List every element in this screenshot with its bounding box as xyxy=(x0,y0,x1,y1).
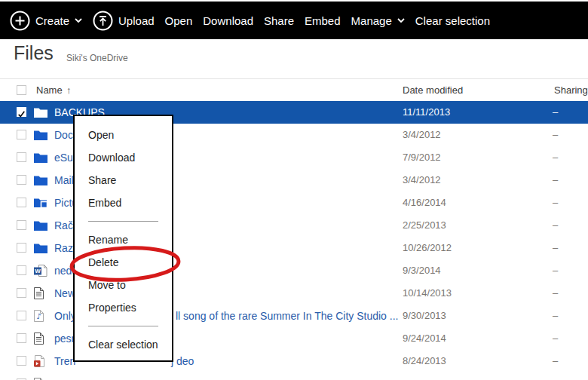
row-checkbox[interactable] xyxy=(17,198,26,207)
folder-icon xyxy=(34,243,47,253)
file-name-continued[interactable]: j deo xyxy=(171,350,194,372)
date-modified: 7/9/2012 xyxy=(403,146,441,169)
svg-text:♪: ♪ xyxy=(36,312,41,320)
folder-icon xyxy=(34,220,47,231)
upload-button[interactable]: Upload xyxy=(93,11,155,31)
sharing-status: – xyxy=(553,305,558,327)
menu-item-delete[interactable]: Delete xyxy=(75,251,172,274)
row-checkbox[interactable] xyxy=(17,243,26,253)
folder-icon xyxy=(34,152,47,163)
menu-item-embed[interactable]: Embed xyxy=(75,192,172,214)
folder-icon xyxy=(34,175,47,185)
date-modified: 4/16/2014 xyxy=(403,192,446,214)
folder-icon xyxy=(34,107,47,118)
file-name-continued[interactable]: ll song of the rare Summer In The City S… xyxy=(176,305,398,327)
onedrive-window: Create Upload Open Download Share Embed xyxy=(0,0,588,380)
date-modified: 10/14/2013 xyxy=(403,282,452,305)
sharing-status: – xyxy=(553,214,558,237)
column-header-name[interactable]: Name xyxy=(36,79,63,102)
row-checkbox[interactable] xyxy=(17,130,26,139)
date-modified: 3/4/2012 xyxy=(403,169,441,192)
sharing-status: – xyxy=(553,259,558,282)
download-button[interactable]: Download xyxy=(203,14,253,27)
sharing-status: – xyxy=(553,237,558,259)
upload-label: Upload xyxy=(118,14,155,27)
breadcrumb-account[interactable]: Siki's OneDrive xyxy=(66,53,128,63)
menu-item-rename[interactable]: Rename xyxy=(75,228,172,251)
date-modified: 9/24/2014 xyxy=(403,327,446,350)
embed-button[interactable]: Embed xyxy=(305,14,341,27)
sharing-status: – xyxy=(553,192,558,214)
date-modified: 3/4/2012 xyxy=(403,124,441,146)
audio-file-icon: ♪ xyxy=(34,310,44,322)
column-header-sharing[interactable]: Sharing xyxy=(554,79,588,102)
sharing-status: – xyxy=(553,350,558,372)
table-header: Name ↑ Date modified Sharing xyxy=(0,78,588,102)
date-modified: 8/24/2013 xyxy=(403,350,446,372)
create-label: Create xyxy=(35,14,69,27)
date-modified: 2/25/2013 xyxy=(403,214,446,237)
clear-selection-button[interactable]: Clear selection xyxy=(415,14,490,27)
pictures-folder-icon xyxy=(34,198,48,209)
page-title: Files xyxy=(14,42,54,64)
menu-item-properties[interactable]: Properties xyxy=(75,296,172,319)
text-document-icon xyxy=(34,287,44,299)
row-checkbox[interactable] xyxy=(17,356,26,366)
word-document-icon: W xyxy=(34,265,47,277)
folder-icon xyxy=(34,130,47,140)
date-modified: 10/26/2012 xyxy=(403,237,452,259)
sharing-status: – xyxy=(553,327,558,350)
row-checkbox[interactable] xyxy=(17,265,26,275)
create-button[interactable]: Create xyxy=(10,11,82,31)
row-checkbox[interactable] xyxy=(17,152,26,162)
text-document-icon xyxy=(34,332,44,345)
column-header-date-modified[interactable]: Date modified xyxy=(403,79,463,102)
row-checkbox[interactable] xyxy=(17,311,26,320)
table-row[interactable] xyxy=(0,372,588,380)
date-modified: 9/30/2013 xyxy=(403,305,446,327)
open-button[interactable]: Open xyxy=(165,14,193,27)
file-name-link[interactable]: New xyxy=(54,282,75,305)
sort-ascending-icon[interactable]: ↑ xyxy=(66,79,72,102)
video-file-icon xyxy=(34,355,44,367)
row-checkbox[interactable] xyxy=(17,220,26,230)
share-button[interactable]: Share xyxy=(264,14,294,27)
checkmark-icon xyxy=(17,110,26,118)
sharing-status: – xyxy=(553,124,558,146)
sharing-status: – xyxy=(553,282,558,305)
upload-icon xyxy=(93,11,113,31)
chevron-down-icon xyxy=(75,18,82,23)
sharing-status: – xyxy=(553,146,558,169)
menu-item-move-to[interactable]: Move to xyxy=(75,274,172,296)
date-modified: 9/3/2014 xyxy=(403,259,441,282)
menu-item-download[interactable]: Download xyxy=(75,146,172,169)
menu-separator xyxy=(88,221,158,222)
row-checkbox[interactable] xyxy=(17,333,26,343)
select-all-checkbox[interactable] xyxy=(17,85,26,95)
menu-item-clear-selection[interactable]: Clear selection xyxy=(75,333,172,356)
plus-circle-icon xyxy=(10,11,30,31)
sharing-status: – xyxy=(553,169,558,192)
chevron-down-icon xyxy=(397,18,405,23)
toolbar: Create Upload Open Download Share Embed xyxy=(0,2,588,39)
file-name-link[interactable]: Mail xyxy=(54,169,74,192)
context-menu: Open Download Share Embed Rename Delete … xyxy=(73,115,173,362)
manage-button[interactable]: Manage xyxy=(351,14,405,27)
menu-item-open[interactable]: Open xyxy=(75,124,172,146)
sharing-status: – xyxy=(553,101,558,124)
svg-text:W: W xyxy=(35,268,41,274)
menu-separator xyxy=(88,326,158,326)
row-checkbox[interactable] xyxy=(17,288,26,298)
menu-item-share[interactable]: Share xyxy=(75,169,172,192)
row-checkbox[interactable] xyxy=(17,175,26,185)
date-modified: 11/11/2013 xyxy=(403,101,450,124)
row-checkbox-checked[interactable] xyxy=(17,107,26,117)
